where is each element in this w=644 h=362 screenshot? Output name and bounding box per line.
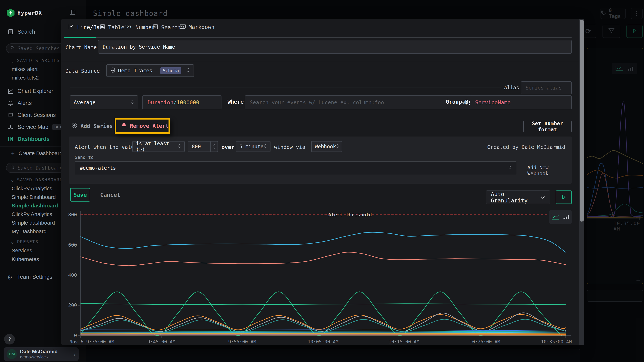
alert-window-select[interactable]: 5 minute: [236, 141, 270, 152]
saved-search-item[interactable]: mikes tets2: [12, 75, 39, 81]
field-expression-input[interactable]: Duration/1000000: [142, 95, 222, 109]
user-subtitle: demo-service -: [20, 355, 58, 360]
saved-search-item[interactable]: mikes alert: [12, 66, 38, 72]
chart-icon: [8, 88, 14, 94]
tab-number[interactable]: 123Number: [125, 24, 155, 30]
create-dashboard-button[interactable]: + Create Dashboard: [11, 150, 62, 157]
line-chart-icon: [551, 213, 560, 221]
add-series-button[interactable]: Add Series: [71, 122, 113, 130]
created-by: Created by Dale McDiarmid: [487, 144, 566, 150]
data-source-value: Demo Traces: [118, 68, 152, 74]
edit-chart-modal: Line/BarTable123NumberSearchMarkdown Cha…: [61, 19, 579, 345]
add-new-webhook-link[interactable]: Add New Webhook: [527, 165, 572, 177]
chevron-down-icon: ⌄: [11, 239, 14, 244]
window-via-label: window via: [274, 144, 305, 150]
send-to-select[interactable]: #demo-alerts: [75, 162, 516, 175]
sidebar-item-team-settings[interactable]: ⚙ Team Settings: [7, 274, 52, 280]
sidebar-collapse-icon[interactable]: [69, 9, 76, 16]
help-button[interactable]: ?: [4, 334, 15, 345]
scrollbar-thumb[interactable]: [580, 20, 584, 221]
sidebar-item-search[interactable]: Search: [8, 29, 35, 35]
chart-name-input[interactable]: [98, 40, 572, 54]
select-chevrons-icon: [508, 165, 511, 171]
grid-icon: [8, 136, 14, 142]
svg-text:200: 200: [68, 303, 77, 308]
circle-plus-icon: [71, 122, 78, 130]
preview-run-button[interactable]: [556, 190, 572, 204]
preset-item-kubernetes[interactable]: Kubernetes: [12, 256, 39, 262]
svg-text:Nov 6 9:35:00 AM: Nov 6 9:35:00 AM: [70, 339, 114, 344]
list-tab-icon: [152, 24, 158, 31]
tab-underline: [64, 37, 572, 38]
search-doc-icon: [8, 29, 14, 35]
annotation-highlight-box: [115, 118, 170, 134]
chart-type-toggle[interactable]: [549, 210, 572, 224]
gear-icon: ⚙: [7, 274, 13, 280]
svg-text:400: 400: [68, 272, 77, 278]
tab-table[interactable]: Table: [100, 24, 124, 31]
where-label: Where: [228, 99, 244, 105]
lucene-search-input[interactable]: [250, 99, 461, 105]
data-source-select[interactable]: Demo Traces Schema: [106, 64, 194, 77]
saved-dashboard-item[interactable]: Simple dashboard: [12, 203, 58, 209]
svg-text:10:35:00 AM: 10:35:00 AM: [541, 339, 572, 344]
data-source-label: Data Source: [66, 68, 100, 74]
presets-section[interactable]: ⌄ PRESETS: [11, 239, 38, 244]
select-chevrons-icon: [264, 144, 267, 150]
svg-text:9:55:00 AM: 9:55:00 AM: [228, 339, 256, 344]
svg-text:10:25:00 AM: 10:25:00 AM: [470, 339, 500, 344]
svg-text:123: 123: [125, 25, 131, 29]
aggregation-select[interactable]: Average: [70, 95, 138, 109]
app-logo[interactable]: HyperDX: [6, 8, 42, 17]
alias-input[interactable]: [521, 81, 572, 94]
field-name: Duration: [148, 99, 174, 106]
app-screen: Simple dashboard 0 Tags ⋮ ⟳ 10:35:00 AM …: [0, 0, 644, 362]
select-chevrons-icon: [130, 99, 134, 106]
sidebar-item-dashboards[interactable]: Dashboards: [8, 136, 50, 142]
cancel-button[interactable]: Cancel: [100, 191, 120, 198]
alert-threshold-input[interactable]: 800: [188, 141, 218, 152]
saved-dashboard-item[interactable]: My Dashboard: [12, 228, 46, 234]
sidebar-item-alerts[interactable]: Alerts: [8, 100, 32, 106]
modal-divider: [61, 62, 579, 62]
schema-badge: Schema: [160, 67, 182, 74]
user-card[interactable]: DM Dale McDiarmid demo-service - ›: [4, 347, 79, 361]
operator: /: [174, 99, 177, 106]
aggregation-value: Average: [74, 99, 96, 105]
saved-dashboard-item[interactable]: ClickPy Analytics: [12, 185, 52, 191]
select-chevrons-icon: [178, 144, 181, 150]
hyperdx-logo-icon: [6, 8, 14, 17]
svg-text:10:15:00 AM: 10:15:00 AM: [388, 339, 419, 344]
preset-item-services[interactable]: Services: [12, 247, 32, 254]
saved-dashboard-item[interactable]: Simple Dashboard: [12, 194, 56, 200]
group-by-input[interactable]: ServiceName: [470, 95, 572, 109]
modal-scrollbar[interactable]: [579, 19, 584, 345]
sidebar-item-client-sessions[interactable]: Client Sessions: [8, 112, 56, 118]
svg-text:10:05:00 AM: 10:05:00 AM: [308, 339, 338, 344]
brand-name: HyperDX: [17, 10, 42, 16]
number-spinner[interactable]: [210, 142, 218, 152]
saved-dashboard-item[interactable]: ClickPy Analytics: [12, 211, 52, 217]
saved-dashboards-section[interactable]: ⌄ SAVED DASHBOARDS: [11, 177, 66, 182]
svg-text:0: 0: [74, 333, 77, 338]
123-tab-icon: 123: [125, 24, 132, 30]
set-number-format-button[interactable]: Set number format: [523, 121, 572, 132]
select-chevrons-icon: [336, 144, 339, 150]
nodes-icon: [8, 124, 14, 130]
granularity-select[interactable]: Auto Granularity: [486, 190, 550, 204]
magnifier-icon: [10, 165, 15, 171]
tab-search[interactable]: Search: [152, 24, 180, 31]
active-tab-indicator: [64, 37, 96, 38]
sidebar-item-service-map[interactable]: Service MapBETA: [8, 124, 66, 130]
tab-line-bar[interactable]: Line/Bar: [68, 24, 103, 30]
tab-markdown[interactable]: Markdown: [180, 24, 214, 30]
sidebar-item-chart-explorer[interactable]: Chart Explorer: [8, 88, 53, 94]
group-by-value: ServiceName: [475, 99, 511, 106]
table-tab-icon: [100, 24, 105, 31]
saved-dashboard-item[interactable]: Simple dashboard: [12, 220, 55, 226]
alert-channel-select[interactable]: Webhook: [311, 141, 342, 152]
alert-condition-select[interactable]: is at least (≥): [132, 141, 184, 152]
alert-prefix: Alert when the value: [75, 144, 137, 150]
saved-searches-section[interactable]: ⌄ SAVED SEARCHES: [11, 58, 60, 63]
save-button[interactable]: Save: [70, 188, 90, 201]
